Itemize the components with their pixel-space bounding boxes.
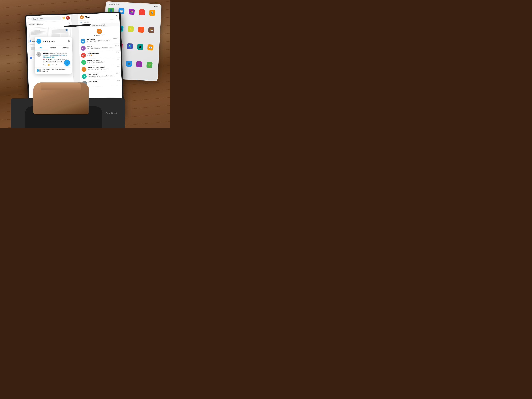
docs-filter-label[interactable]: Last opened by me: [28, 23, 42, 25]
msg-avatar-prakhar: PK: [81, 53, 86, 58]
chat-self-name: Nadeem (You): [94, 34, 105, 37]
msg-time-alangp: 03/10: [116, 73, 120, 74]
notifications-panel: 🐦 Notifications ⚙ All Verified Mentions …: [35, 37, 72, 74]
ipad-app13-icon[interactable]: 🎵: [136, 61, 142, 67]
notif-footer: 🐦 S New Tweet notifications for Steve H.…: [35, 67, 72, 74]
notif-footer-text: New Tweet notifications for Steve H.McFl…: [42, 69, 70, 72]
notif-footer-avatars: 🐦 S: [37, 69, 41, 72]
doc-cell: [52, 29, 60, 34]
ipad-app8-icon[interactable]: 📱: [137, 44, 143, 50]
msg-avatar-joe: JM: [81, 39, 85, 44]
msg-content-prakhar: Prakhar Khanna okay 🤗: [87, 52, 115, 56]
ipad-app14-icon[interactable]: 💚: [146, 62, 152, 68]
chat-filter-icon[interactable]: ☰: [116, 15, 118, 17]
chat-header-left: NS Chat: [80, 15, 89, 19]
ipad-app12-icon[interactable]: 📺: [126, 61, 132, 67]
samsung-keyboard: Ctrl Fn Cmd Alt Alt SAMSUNG: [11, 98, 125, 128]
ipad-app7-icon[interactable]: 🌏: [127, 43, 133, 49]
doc-line: [31, 30, 40, 31]
kb-key-alt[interactable]: Alt: [69, 111, 77, 115]
msg-time-tomas: 17/10: [116, 59, 119, 60]
msg-content-jesse: Jesse, Joe, and Michael This message has…: [87, 66, 115, 70]
chat-panel: NS Chat ☰ 🔍 Search No internet connectio…: [78, 13, 122, 106]
tweet-retweet-action[interactable]: 🔁: [48, 64, 50, 66]
notif-header-left: 🐦 Notifications: [37, 39, 55, 44]
tweet-user-name: Dwayne Cubbins: [43, 52, 56, 54]
msg-avatar-alangp: A: [82, 74, 87, 79]
doc-line: [31, 32, 43, 33]
ipad-voicememos-icon[interactable]: 🎙️: [149, 10, 155, 16]
tweet-reply-icon: 💬: [43, 64, 44, 66]
chat-message-list: JM Joe Maring You: Ugh yikes. KINDLY IGN…: [79, 37, 122, 100]
doc-line: [31, 33, 46, 34]
tweet-reply-handle2: @SamsungMobile: [43, 56, 55, 58]
msg-time-luke: 10/08: [117, 80, 120, 81]
samsung-logo: SAMSUNG: [106, 112, 117, 114]
docs-icon3: [30, 57, 32, 59]
docs-search-bar[interactable]: Search Docs: [31, 16, 61, 21]
tweet-like-icon: 🤍: [52, 64, 54, 66]
ipad-time: 9:00 AM 01:29 AM: [108, 3, 120, 5]
kb-dot3: [69, 125, 70, 126]
chat-msg-luke[interactable]: LL Luke Larsen 10/08: [80, 79, 122, 87]
tweet-like-action[interactable]: 🤍: [52, 64, 54, 66]
docs-sort-icon[interactable]: ↓: [42, 23, 43, 25]
chat-self-avatar: NS: [96, 29, 102, 34]
notif-tab-all[interactable]: All: [35, 45, 47, 50]
ipad-battery: ⬛ 67%: [154, 6, 158, 7]
tweet-share-action[interactable]: ↗: [56, 64, 57, 66]
chat-self-user: NS Nadeem (You): [78, 26, 120, 38]
tweet-share-icon: ↗: [56, 64, 57, 66]
chat-title: Chat: [85, 16, 89, 18]
notif-title: Notifications: [43, 40, 55, 42]
msg-name-luke: Luke Larsen: [88, 80, 116, 83]
msg-content-luke: Luke Larsen: [88, 80, 116, 83]
notif-tabs: All Verified Mentions: [35, 45, 72, 51]
tweet-reply-action[interactable]: 💬 1: [43, 64, 46, 66]
docs-folder-icon[interactable]: 🗂️: [62, 17, 65, 19]
doc-line: [31, 31, 46, 32]
tweet-handle: @DCubbins · 1d: [56, 52, 67, 54]
kb-dot2: [67, 125, 68, 126]
doc-line: [31, 34, 40, 35]
twitter-bird-avatar: 🐦: [37, 39, 41, 44]
docs-search-text: Search Docs: [33, 18, 43, 20]
ipad-app3-icon[interactable]: ⭐: [128, 26, 134, 32]
msg-avatar-tomas: TF: [81, 60, 86, 65]
msg-content-tomas: Tomas Franzese You: sounds familiar. tha…: [87, 59, 115, 63]
kb-dot1: [66, 125, 67, 126]
msg-avatar-luke: LL: [82, 81, 87, 86]
docs-menu-icon[interactable]: ☰: [28, 18, 30, 21]
ipad-findmy-icon[interactable]: 📍: [139, 9, 145, 15]
ipad-app4-icon[interactable]: 🔺: [138, 26, 144, 32]
msg-time-joe: Yesterday: [113, 38, 119, 39]
notif-tab-mentions[interactable]: Mentions: [59, 45, 72, 50]
kb-key-alt2[interactable]: Alt: [79, 111, 87, 115]
chat-no-internet-text: No internet connection: [92, 24, 106, 26]
tweet-avatar: DC: [37, 52, 41, 57]
ipad-app9-icon[interactable]: 📧: [147, 44, 153, 51]
tweet-replying-to: Replying to @nsnadeeemsarwar and @Samsun…: [43, 55, 70, 58]
kb-key-fn[interactable]: Fn: [55, 111, 59, 115]
docs-list-icon[interactable]: ≡: [69, 22, 70, 24]
doc-preview-lines: [31, 30, 46, 35]
compose-plus-icon: +: [66, 61, 68, 64]
kb-key-cmd[interactable]: Cmd: [60, 111, 68, 115]
notif-footer-avatar2: S: [38, 69, 42, 72]
notif-tab-verified[interactable]: Verified: [47, 45, 59, 50]
msg-avatar-alan: AT: [81, 46, 86, 51]
notif-compose-button[interactable]: +: [64, 60, 70, 66]
msg-content-alan: Alan Truly You: I was frustrated as hell…: [87, 45, 114, 49]
notif-header: 🐦 Notifications ⚙: [35, 37, 72, 45]
ipad-app5-icon[interactable]: 🌤️: [148, 27, 154, 33]
doc-cell: [60, 33, 69, 38]
msg-content-joe: Joe Maring You: Ugh yikes. KINDLY IGNORE…: [86, 38, 112, 42]
ipad-books-icon[interactable]: 📚: [129, 9, 135, 15]
docs-user-avatar[interactable]: N: [66, 16, 70, 20]
notif-settings-icon[interactable]: ⚙: [68, 40, 70, 43]
chat-search-icon: 🔍: [80, 21, 82, 24]
chat-search-placeholder: Search: [83, 21, 89, 23]
msg-time-prakhar: 28/10: [116, 52, 119, 53]
kb-key-ctrl[interactable]: Ctrl: [49, 111, 54, 115]
tweet-retweet-icon: 🔁: [48, 64, 50, 66]
